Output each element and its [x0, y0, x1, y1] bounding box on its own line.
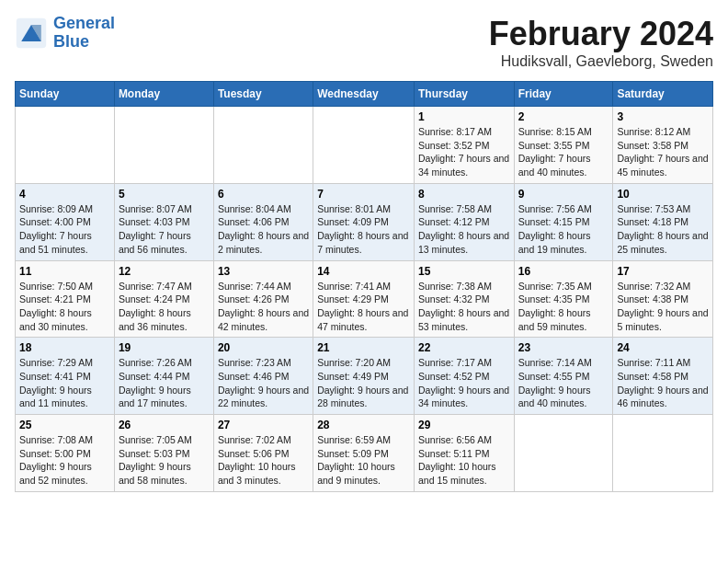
day-number: 20	[218, 341, 309, 354]
calendar-cell	[16, 107, 115, 184]
logo: General Blue	[15, 15, 115, 52]
day-number: 4	[19, 188, 110, 201]
day-detail: Sunrise: 8:15 AM Sunset: 3:55 PM Dayligh…	[518, 125, 609, 179]
day-detail: Sunrise: 7:20 AM Sunset: 4:49 PM Dayligh…	[317, 356, 410, 410]
day-detail: Sunrise: 7:26 AM Sunset: 4:44 PM Dayligh…	[119, 356, 210, 410]
calendar-cell: 21Sunrise: 7:20 AM Sunset: 4:49 PM Dayli…	[313, 338, 415, 415]
calendar-week-row: 25Sunrise: 7:08 AM Sunset: 5:00 PM Dayli…	[16, 415, 713, 492]
weekday-header: Friday	[514, 82, 613, 107]
day-detail: Sunrise: 6:56 AM Sunset: 5:11 PM Dayligh…	[418, 433, 510, 488]
day-number: 6	[218, 188, 309, 201]
calendar-cell: 20Sunrise: 7:23 AM Sunset: 4:46 PM Dayli…	[213, 338, 313, 415]
calendar-cell: 4Sunrise: 8:09 AM Sunset: 4:00 PM Daylig…	[16, 183, 115, 260]
day-detail: Sunrise: 7:32 AM Sunset: 4:38 PM Dayligh…	[617, 280, 709, 334]
weekday-header: Thursday	[414, 82, 514, 107]
title-area: February 2024 Hudiksvall, Gaevleborg, Sw…	[489, 15, 713, 70]
location-title: Hudiksvall, Gaevleborg, Sweden	[489, 53, 713, 70]
calendar-cell: 5Sunrise: 8:07 AM Sunset: 4:03 PM Daylig…	[114, 183, 213, 260]
day-number: 27	[218, 419, 309, 431]
calendar-cell: 24Sunrise: 7:11 AM Sunset: 4:58 PM Dayli…	[613, 338, 713, 415]
day-detail: Sunrise: 7:47 AM Sunset: 4:24 PM Dayligh…	[119, 280, 210, 334]
day-detail: Sunrise: 7:17 AM Sunset: 4:52 PM Dayligh…	[418, 356, 510, 410]
day-number: 5	[119, 188, 210, 201]
day-number: 26	[119, 419, 210, 431]
day-detail: Sunrise: 7:23 AM Sunset: 4:46 PM Dayligh…	[218, 356, 309, 410]
calendar-cell: 23Sunrise: 7:14 AM Sunset: 4:55 PM Dayli…	[514, 338, 613, 415]
logo-icon	[15, 17, 48, 50]
day-detail: Sunrise: 7:44 AM Sunset: 4:26 PM Dayligh…	[218, 280, 309, 334]
calendar-week-row: 11Sunrise: 7:50 AM Sunset: 4:21 PM Dayli…	[16, 260, 713, 338]
day-detail: Sunrise: 7:29 AM Sunset: 4:41 PM Dayligh…	[19, 356, 110, 410]
day-detail: Sunrise: 7:41 AM Sunset: 4:29 PM Dayligh…	[317, 280, 410, 334]
calendar-cell: 14Sunrise: 7:41 AM Sunset: 4:29 PM Dayli…	[313, 260, 415, 338]
day-number: 16	[518, 265, 609, 278]
day-number: 22	[418, 341, 510, 354]
day-number: 14	[317, 265, 410, 278]
day-detail: Sunrise: 7:08 AM Sunset: 5:00 PM Dayligh…	[19, 433, 110, 488]
day-detail: Sunrise: 7:14 AM Sunset: 4:55 PM Dayligh…	[518, 356, 609, 410]
day-detail: Sunrise: 7:50 AM Sunset: 4:21 PM Dayligh…	[19, 280, 110, 334]
calendar-week-row: 4Sunrise: 8:09 AM Sunset: 4:00 PM Daylig…	[16, 183, 713, 260]
calendar-cell: 7Sunrise: 8:01 AM Sunset: 4:09 PM Daylig…	[313, 183, 415, 260]
day-number: 3	[617, 110, 709, 123]
day-number: 11	[19, 265, 110, 278]
calendar-cell: 15Sunrise: 7:38 AM Sunset: 4:32 PM Dayli…	[414, 260, 514, 338]
weekday-header: Tuesday	[213, 82, 313, 107]
day-detail: Sunrise: 7:02 AM Sunset: 5:06 PM Dayligh…	[218, 433, 309, 488]
day-detail: Sunrise: 7:38 AM Sunset: 4:32 PM Dayligh…	[418, 280, 510, 334]
calendar-cell: 27Sunrise: 7:02 AM Sunset: 5:06 PM Dayli…	[213, 415, 313, 492]
day-detail: Sunrise: 8:09 AM Sunset: 4:00 PM Dayligh…	[19, 202, 110, 257]
day-detail: Sunrise: 7:11 AM Sunset: 4:58 PM Dayligh…	[617, 356, 709, 410]
calendar-cell: 6Sunrise: 8:04 AM Sunset: 4:06 PM Daylig…	[213, 183, 313, 260]
day-number: 10	[617, 188, 709, 201]
day-number: 12	[119, 265, 210, 278]
calendar-cell: 10Sunrise: 7:53 AM Sunset: 4:18 PM Dayli…	[613, 183, 713, 260]
weekday-header: Sunday	[16, 82, 115, 107]
calendar-cell: 11Sunrise: 7:50 AM Sunset: 4:21 PM Dayli…	[16, 260, 115, 338]
calendar-table: SundayMondayTuesdayWednesdayThursdayFrid…	[15, 81, 713, 492]
calendar-week-row: 18Sunrise: 7:29 AM Sunset: 4:41 PM Dayli…	[16, 338, 713, 415]
day-detail: Sunrise: 7:35 AM Sunset: 4:35 PM Dayligh…	[518, 280, 609, 334]
day-number: 25	[19, 419, 110, 431]
logo-line2: Blue	[53, 32, 89, 51]
day-number: 1	[418, 110, 510, 123]
day-detail: Sunrise: 7:05 AM Sunset: 5:03 PM Dayligh…	[119, 433, 210, 488]
day-number: 15	[418, 265, 510, 278]
calendar-cell: 1Sunrise: 8:17 AM Sunset: 3:52 PM Daylig…	[414, 107, 514, 184]
calendar-cell	[313, 107, 415, 184]
weekday-header: Saturday	[613, 82, 713, 107]
calendar-cell	[114, 107, 213, 184]
day-detail: Sunrise: 8:17 AM Sunset: 3:52 PM Dayligh…	[418, 125, 510, 179]
calendar-cell	[514, 415, 613, 492]
day-number: 17	[617, 265, 709, 278]
calendar-cell	[213, 107, 313, 184]
weekday-header-row: SundayMondayTuesdayWednesdayThursdayFrid…	[16, 82, 713, 107]
day-number: 21	[317, 341, 410, 354]
logo-text: General Blue	[53, 15, 115, 52]
calendar-cell: 28Sunrise: 6:59 AM Sunset: 5:09 PM Dayli…	[313, 415, 415, 492]
calendar-cell: 22Sunrise: 7:17 AM Sunset: 4:52 PM Dayli…	[414, 338, 514, 415]
day-number: 24	[617, 341, 709, 354]
calendar-cell: 13Sunrise: 7:44 AM Sunset: 4:26 PM Dayli…	[213, 260, 313, 338]
month-title: February 2024	[489, 15, 713, 53]
calendar-cell	[613, 415, 713, 492]
day-number: 19	[119, 341, 210, 354]
day-detail: Sunrise: 8:12 AM Sunset: 3:58 PM Dayligh…	[617, 125, 709, 179]
calendar-cell: 8Sunrise: 7:58 AM Sunset: 4:12 PM Daylig…	[414, 183, 514, 260]
calendar-cell: 12Sunrise: 7:47 AM Sunset: 4:24 PM Dayli…	[114, 260, 213, 338]
day-number: 23	[518, 341, 609, 354]
calendar-cell: 25Sunrise: 7:08 AM Sunset: 5:00 PM Dayli…	[16, 415, 115, 492]
calendar-week-row: 1Sunrise: 8:17 AM Sunset: 3:52 PM Daylig…	[16, 107, 713, 184]
calendar-cell: 16Sunrise: 7:35 AM Sunset: 4:35 PM Dayli…	[514, 260, 613, 338]
day-detail: Sunrise: 7:53 AM Sunset: 4:18 PM Dayligh…	[617, 202, 709, 257]
day-number: 29	[418, 419, 510, 431]
day-number: 13	[218, 265, 309, 278]
day-detail: Sunrise: 6:59 AM Sunset: 5:09 PM Dayligh…	[317, 433, 410, 488]
day-number: 9	[518, 188, 609, 201]
day-detail: Sunrise: 7:58 AM Sunset: 4:12 PM Dayligh…	[418, 202, 510, 257]
page-header: General Blue February 2024 Hudiksvall, G…	[15, 15, 713, 70]
calendar-cell: 26Sunrise: 7:05 AM Sunset: 5:03 PM Dayli…	[114, 415, 213, 492]
calendar-cell: 29Sunrise: 6:56 AM Sunset: 5:11 PM Dayli…	[414, 415, 514, 492]
calendar-cell: 19Sunrise: 7:26 AM Sunset: 4:44 PM Dayli…	[114, 338, 213, 415]
day-detail: Sunrise: 8:07 AM Sunset: 4:03 PM Dayligh…	[119, 202, 210, 257]
